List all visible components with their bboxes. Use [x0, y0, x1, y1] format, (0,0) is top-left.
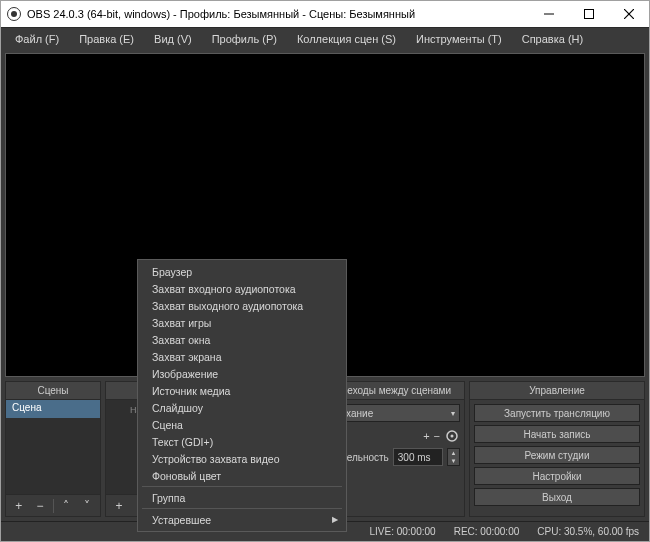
- studio-mode-button[interactable]: Режим студии: [474, 446, 640, 464]
- context-item[interactable]: Захват окна: [138, 331, 346, 348]
- duration-stepper[interactable]: ▲▼: [447, 448, 460, 466]
- context-item[interactable]: Устаревшее: [138, 511, 346, 528]
- titlebar: OBS 24.0.3 (64-bit, windows) - Профиль: …: [1, 1, 649, 27]
- duration-field[interactable]: 300 ms: [393, 448, 443, 466]
- exit-button[interactable]: Выход: [474, 488, 640, 506]
- close-button[interactable]: [609, 1, 649, 27]
- transition-settings-button[interactable]: [444, 428, 460, 444]
- menu-separator: [142, 508, 342, 509]
- settings-button[interactable]: Настройки: [474, 467, 640, 485]
- context-item[interactable]: Браузер: [138, 263, 346, 280]
- context-item[interactable]: Слайдшоу: [138, 399, 346, 416]
- scenes-list[interactable]: Сцена: [6, 400, 100, 494]
- menu-separator: [142, 486, 342, 487]
- context-item[interactable]: Захват входного аудиопотока: [138, 280, 346, 297]
- context-item[interactable]: Изображение: [138, 365, 346, 382]
- scene-item[interactable]: Сцена: [6, 400, 100, 418]
- svg-point-7: [451, 435, 454, 438]
- context-item[interactable]: Устройство захвата видео: [138, 450, 346, 467]
- scenes-header: Сцены: [6, 382, 100, 400]
- window-title: OBS 24.0.3 (64-bit, windows) - Профиль: …: [27, 8, 415, 20]
- remove-scene-button[interactable]: −: [31, 497, 48, 515]
- status-live: LIVE: 00:00:00: [369, 526, 435, 537]
- controls-dock: Управление Запустить трансляцию Начать з…: [469, 381, 645, 517]
- add-source-context-menu: БраузерЗахват входного аудиопотокаЗахват…: [137, 259, 347, 532]
- menu-profile[interactable]: Профиль (P): [204, 31, 285, 47]
- context-item[interactable]: Источник медиа: [138, 382, 346, 399]
- context-item[interactable]: Группа: [138, 489, 346, 506]
- svg-rect-1: [585, 10, 594, 19]
- context-item[interactable]: Захват выходного аудиопотока: [138, 297, 346, 314]
- context-item[interactable]: Захват игры: [138, 314, 346, 331]
- menu-edit[interactable]: Правка (E): [71, 31, 142, 47]
- remove-transition-button[interactable]: −: [434, 430, 440, 442]
- scene-up-button[interactable]: ˄: [57, 497, 74, 515]
- context-item[interactable]: Текст (GDI+): [138, 433, 346, 450]
- menu-scene-collection[interactable]: Коллекция сцен (S): [289, 31, 404, 47]
- add-source-button[interactable]: +: [110, 497, 128, 515]
- scenes-dock: Сцены Сцена + − ˄ ˅: [5, 381, 101, 517]
- menubar: Файл (F) Правка (E) Вид (V) Профиль (P) …: [1, 27, 649, 49]
- context-item[interactable]: Захват экрана: [138, 348, 346, 365]
- add-scene-button[interactable]: +: [10, 497, 27, 515]
- obs-logo-icon: [7, 7, 21, 21]
- minimize-button[interactable]: [529, 1, 569, 27]
- status-rec: REC: 00:00:00: [454, 526, 520, 537]
- controls-header: Управление: [470, 382, 644, 400]
- context-item[interactable]: Фоновый цвет: [138, 467, 346, 484]
- menu-view[interactable]: Вид (V): [146, 31, 200, 47]
- start-streaming-button[interactable]: Запустить трансляцию: [474, 404, 640, 422]
- status-cpu: CPU: 30.5%, 60.00 fps: [537, 526, 639, 537]
- menu-file[interactable]: Файл (F): [7, 31, 67, 47]
- add-transition-button[interactable]: +: [423, 430, 429, 442]
- menu-help[interactable]: Справка (H): [514, 31, 591, 47]
- start-recording-button[interactable]: Начать запись: [474, 425, 640, 443]
- chevron-down-icon: ▾: [451, 409, 455, 418]
- scene-down-button[interactable]: ˅: [79, 497, 96, 515]
- menu-tools[interactable]: Инструменты (T): [408, 31, 510, 47]
- maximize-button[interactable]: [569, 1, 609, 27]
- context-item[interactable]: Сцена: [138, 416, 346, 433]
